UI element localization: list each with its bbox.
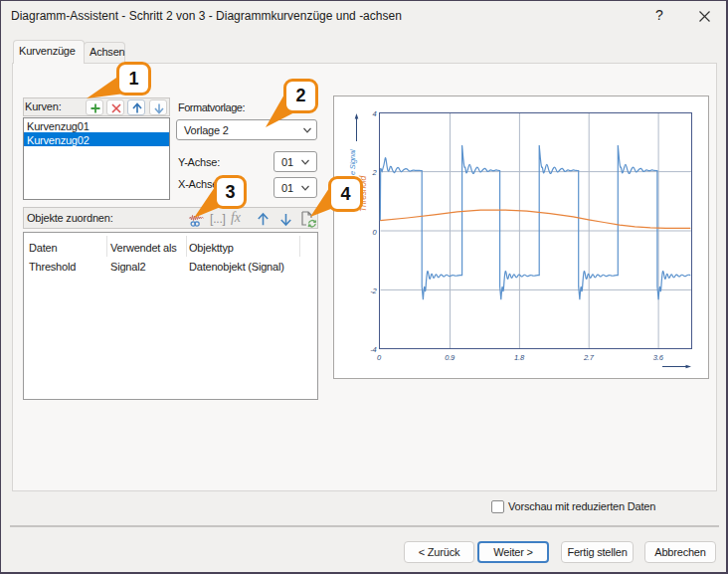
svg-text:3.6: 3.6 [653, 353, 664, 362]
svg-text:e Signal: e Signal [348, 149, 357, 175]
svg-text:1.8: 1.8 [514, 353, 525, 362]
svg-text:-4: -4 [370, 345, 376, 354]
svg-text:2.7: 2.7 [583, 353, 595, 362]
svg-text:-2: -2 [370, 287, 377, 295]
svg-text:0.9: 0.9 [445, 353, 455, 362]
svg-text:4: 4 [373, 109, 377, 118]
